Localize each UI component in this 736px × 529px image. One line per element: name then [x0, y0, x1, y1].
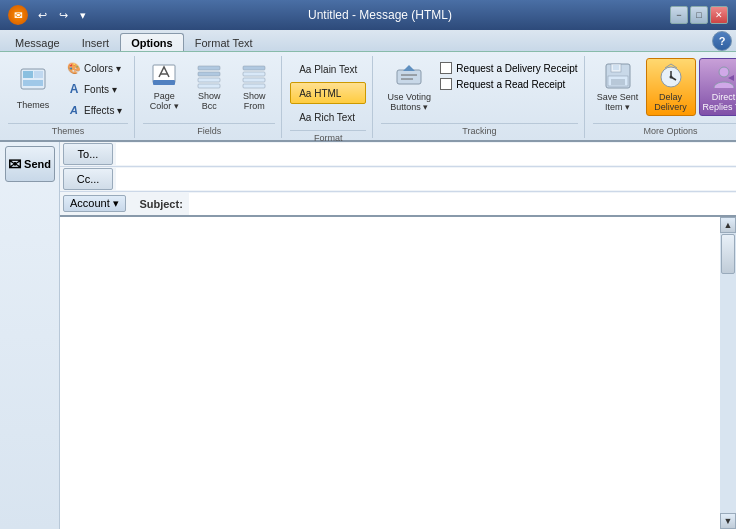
read-receipt-label: Request a Read Receipt [456, 79, 565, 90]
to-input[interactable] [116, 143, 736, 165]
show-bcc-label: ShowBcc [198, 92, 221, 112]
send-icon: ✉ [8, 155, 21, 174]
fields-group-content: PageColor ▾ ShowBcc [143, 58, 275, 121]
tab-message[interactable]: Message [4, 33, 71, 51]
send-button[interactable]: ✉ Send [5, 146, 55, 182]
subject-input[interactable] [189, 193, 736, 215]
delivery-receipt-checkbox[interactable] [440, 62, 452, 74]
subject-row: Account ▾ Subject: [60, 192, 736, 217]
maximize-btn[interactable]: □ [690, 6, 708, 24]
svg-rect-13 [243, 78, 265, 82]
main-container: Message Insert Options Format Text ? [0, 30, 736, 529]
plain-text-label: Aa Plain Text [299, 64, 357, 75]
themes-label: Themes [17, 100, 50, 110]
tab-options[interactable]: Options [120, 33, 184, 51]
ribbon-tabs: Message Insert Options Format Text ? [0, 30, 736, 52]
themes-button[interactable]: Themes [8, 58, 58, 116]
fonts-icon: A [67, 82, 81, 96]
show-bcc-button[interactable]: ShowBcc [188, 58, 230, 116]
message-body[interactable] [60, 217, 720, 529]
direct-replies-button[interactable]: DirectReplies To [699, 58, 736, 116]
svg-rect-14 [243, 84, 265, 88]
svg-point-27 [669, 75, 672, 78]
tracking-group-label: Tracking [381, 123, 577, 136]
themes-icon [17, 65, 49, 97]
ribbon-group-format: Aa Plain Text Aa HTML Aa Rich Text Forma… [284, 56, 373, 138]
tab-format-text[interactable]: Format Text [184, 33, 264, 51]
window-title: Untitled - Message (HTML) [90, 8, 670, 22]
tracking-checkboxes: Request a Delivery Receipt Request a Rea… [440, 58, 577, 90]
fonts-button[interactable]: A Fonts ▾ [61, 79, 128, 99]
direct-replies-icon [708, 62, 736, 90]
svg-point-28 [719, 67, 729, 77]
delay-delivery-icon [655, 62, 687, 90]
html-label: Aa HTML [299, 88, 341, 99]
show-from-button[interactable]: ShowFrom [233, 58, 275, 116]
account-button[interactable]: Account ▾ [63, 195, 126, 212]
to-button[interactable]: To... [63, 143, 113, 165]
svg-rect-23 [611, 79, 625, 85]
send-label: Send [24, 158, 51, 170]
read-receipt-row[interactable]: Request a Read Receipt [440, 78, 577, 90]
ribbon-group-more-options: Save SentItem ▾ DelayDelivery [587, 56, 736, 138]
rich-text-button[interactable]: Aa Rich Text [290, 106, 366, 128]
quick-access-toolbar: ↩ ↪ ▾ [34, 8, 90, 23]
ribbon-group-fields: PageColor ▾ ShowBcc [137, 56, 282, 138]
content-area: ✉ Send To... Cc... Account ▾ Subject: [0, 142, 736, 529]
themes-side-col: 🎨 Colors ▾ A Fonts ▾ A Effects ▾ [61, 58, 128, 120]
scroll-up-button[interactable]: ▲ [720, 217, 736, 233]
html-button[interactable]: Aa HTML [290, 82, 366, 104]
undo-btn[interactable]: ↩ [34, 8, 51, 23]
save-sent-icon [602, 62, 634, 90]
voting-buttons-button[interactable]: Use VotingButtons ▾ [381, 58, 437, 116]
svg-rect-15 [397, 70, 421, 84]
subject-label: Subject: [129, 198, 189, 210]
show-from-icon [238, 62, 270, 89]
cc-input[interactable] [116, 168, 736, 190]
svg-rect-3 [23, 80, 43, 86]
themes-group-content: Themes 🎨 Colors ▾ A Fonts ▾ A Effects ▾ [8, 58, 128, 121]
read-receipt-checkbox[interactable] [440, 78, 452, 90]
save-sent-item-button[interactable]: Save SentItem ▾ [593, 58, 643, 116]
svg-rect-10 [198, 84, 220, 88]
delivery-receipt-label: Request a Delivery Receipt [456, 63, 577, 74]
fields-group-label: Fields [143, 123, 275, 136]
scroll-thumb[interactable] [721, 234, 735, 274]
show-from-label: ShowFrom [243, 92, 266, 112]
title-bar: ✉ ↩ ↪ ▾ Untitled - Message (HTML) − □ ✕ [0, 0, 736, 30]
page-color-icon [148, 62, 180, 89]
title-bar-left: ✉ ↩ ↪ ▾ [8, 5, 90, 25]
svg-rect-9 [198, 78, 220, 82]
help-button[interactable]: ? [712, 31, 732, 51]
themes-group-label: Themes [8, 123, 128, 136]
cc-button[interactable]: Cc... [63, 168, 113, 190]
fonts-label: Fonts ▾ [84, 84, 117, 95]
scroll-track [720, 233, 736, 513]
delivery-receipt-row[interactable]: Request a Delivery Receipt [440, 62, 577, 74]
tracking-group-content: Use VotingButtons ▾ Request a Delivery R… [381, 58, 577, 121]
colors-button[interactable]: 🎨 Colors ▾ [61, 58, 128, 78]
save-sent-label: Save SentItem ▾ [597, 93, 639, 113]
page-color-button[interactable]: PageColor ▾ [143, 58, 185, 116]
account-label: Account ▾ [70, 197, 119, 210]
qa-dropdown-btn[interactable]: ▾ [76, 8, 90, 23]
effects-icon: A [67, 103, 81, 117]
close-btn[interactable]: ✕ [710, 6, 728, 24]
show-bcc-icon [193, 62, 225, 89]
plain-text-button[interactable]: Aa Plain Text [290, 58, 366, 80]
delay-delivery-button[interactable]: DelayDelivery [646, 58, 696, 116]
effects-button[interactable]: A Effects ▾ [61, 100, 128, 120]
svg-rect-5 [153, 80, 175, 85]
scroll-down-button[interactable]: ▼ [720, 513, 736, 529]
svg-rect-7 [198, 66, 220, 70]
redo-btn[interactable]: ↪ [55, 8, 72, 23]
voting-icon [393, 62, 425, 90]
ribbon: Themes 🎨 Colors ▾ A Fonts ▾ A Effects ▾ [0, 52, 736, 142]
ribbon-group-themes: Themes 🎨 Colors ▾ A Fonts ▾ A Effects ▾ [2, 56, 135, 138]
effects-label: Effects ▾ [84, 105, 122, 116]
svg-rect-2 [34, 71, 43, 78]
rich-text-label: Aa Rich Text [299, 112, 355, 123]
minimize-btn[interactable]: − [670, 6, 688, 24]
svg-marker-16 [403, 65, 415, 71]
tab-insert[interactable]: Insert [71, 33, 121, 51]
